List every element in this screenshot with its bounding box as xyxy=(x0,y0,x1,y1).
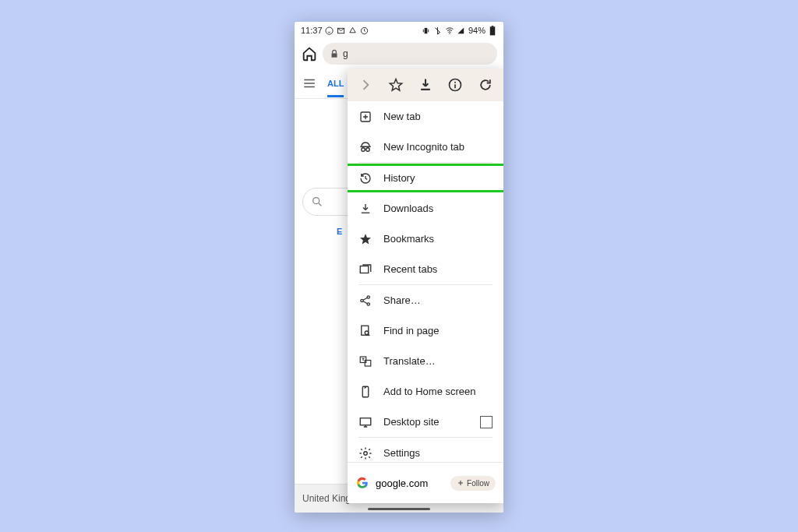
svg-rect-6 xyxy=(492,26,494,26)
svg-point-8 xyxy=(313,198,320,204)
svg-point-15 xyxy=(361,299,363,301)
menu-item-label: Recent tabs xyxy=(383,263,437,275)
plus-icon xyxy=(457,479,464,487)
menu-icon-row xyxy=(348,69,503,101)
nav-handle[interactable] xyxy=(368,508,430,510)
menu-new-tab[interactable]: New tab xyxy=(348,101,503,132)
menu-item-label: Add to Home screen xyxy=(383,386,476,397)
svg-rect-23 xyxy=(360,417,371,425)
tab-all[interactable]: ALL xyxy=(327,69,344,97)
recent-tabs-icon xyxy=(358,262,373,277)
overflow-menu: New tab New Incognito tab History Downlo… xyxy=(348,69,503,503)
footer-site: google.com xyxy=(376,477,428,489)
menu-downloads[interactable]: Downloads xyxy=(348,193,503,224)
signal-icon xyxy=(457,26,466,35)
menu-bookmarks[interactable]: Bookmarks xyxy=(348,224,503,254)
menu-item-label: New tab xyxy=(383,111,421,122)
menu-item-label: Settings xyxy=(383,447,420,459)
hamburger-icon[interactable] xyxy=(302,76,316,90)
address-text: g xyxy=(343,48,348,59)
menu-item-label: Find in page xyxy=(383,325,440,336)
svg-rect-5 xyxy=(490,26,496,35)
menu-share[interactable]: Share… xyxy=(348,285,503,315)
add-home-icon xyxy=(358,385,373,399)
svg-point-13 xyxy=(366,147,370,151)
svg-point-24 xyxy=(364,451,368,455)
menu-incognito[interactable]: New Incognito tab xyxy=(348,132,503,162)
menu-translate[interactable]: Translate… xyxy=(348,346,503,376)
menu-site-footer[interactable]: google.com Follow xyxy=(348,462,503,503)
home-icon[interactable] xyxy=(301,45,318,62)
status-time: 11:37 xyxy=(301,26,323,35)
menu-item-label: New Incognito tab xyxy=(383,141,464,153)
translate-icon xyxy=(358,354,373,368)
clock-icon xyxy=(360,26,369,35)
search-icon xyxy=(311,196,323,208)
battery-icon xyxy=(488,26,497,35)
google-g-icon xyxy=(355,476,369,490)
history-icon xyxy=(358,171,373,185)
bluetooth-icon xyxy=(433,26,443,35)
follow-label: Follow xyxy=(467,479,489,488)
menu-item-label: Translate… xyxy=(383,355,436,367)
desktop-icon xyxy=(358,415,373,429)
battery-text: 94% xyxy=(468,26,486,35)
menu-item-label: Desktop site xyxy=(383,416,440,428)
menu-item-label: Downloads xyxy=(383,203,433,214)
menu-desktop-site[interactable]: Desktop site xyxy=(348,407,503,437)
gmail-icon xyxy=(337,26,346,35)
menu-item-label: Bookmarks xyxy=(383,233,434,245)
incognito-icon xyxy=(358,140,373,154)
plus-square-icon xyxy=(358,110,373,124)
svg-point-19 xyxy=(365,331,369,335)
find-page-icon xyxy=(358,324,373,338)
lock-icon xyxy=(329,48,340,59)
menu-add-homescreen[interactable]: Add to Home screen xyxy=(348,376,503,407)
vibrate-icon xyxy=(422,26,431,35)
menu-recent-tabs[interactable]: Recent tabs xyxy=(348,254,503,284)
menu-item-label: Share… xyxy=(383,294,421,306)
download-icon[interactable] xyxy=(417,76,434,93)
svg-point-4 xyxy=(449,33,450,34)
svg-rect-14 xyxy=(360,266,369,273)
browser-toolbar: g xyxy=(295,39,503,69)
drive-icon xyxy=(348,26,358,35)
share-icon xyxy=(358,294,373,308)
menu-find[interactable]: Find in page xyxy=(348,315,503,346)
menu-settings[interactable]: Settings xyxy=(348,438,503,462)
downloads-icon xyxy=(358,202,373,216)
bookmark-star-icon xyxy=(358,232,373,246)
desktop-checkbox[interactable] xyxy=(480,416,493,428)
menu-history[interactable]: History xyxy=(348,163,503,193)
forward-icon[interactable] xyxy=(357,76,374,93)
svg-point-0 xyxy=(326,26,333,33)
svg-point-12 xyxy=(362,147,365,151)
gear-icon xyxy=(358,446,373,460)
wifi-icon xyxy=(445,26,454,35)
footer-region: United King xyxy=(302,493,351,504)
system-nav-bar xyxy=(295,505,503,513)
svg-rect-3 xyxy=(425,27,428,33)
info-icon[interactable] xyxy=(447,76,464,93)
svg-rect-22 xyxy=(362,386,369,397)
whatsapp-icon xyxy=(325,26,334,35)
phone-frame: 11:37 94% g ALL xyxy=(295,22,503,513)
menu-item-label: History xyxy=(383,172,415,184)
address-bar[interactable]: g xyxy=(323,43,497,65)
reload-icon[interactable] xyxy=(477,76,494,93)
svg-rect-7 xyxy=(332,53,337,57)
svg-point-10 xyxy=(454,82,456,83)
svg-point-16 xyxy=(367,295,369,298)
svg-point-17 xyxy=(367,302,369,305)
follow-button[interactable]: Follow xyxy=(450,476,496,491)
star-icon[interactable] xyxy=(387,76,404,93)
menu-items: New tab New Incognito tab History Downlo… xyxy=(348,101,503,462)
status-bar: 11:37 94% xyxy=(295,22,503,39)
